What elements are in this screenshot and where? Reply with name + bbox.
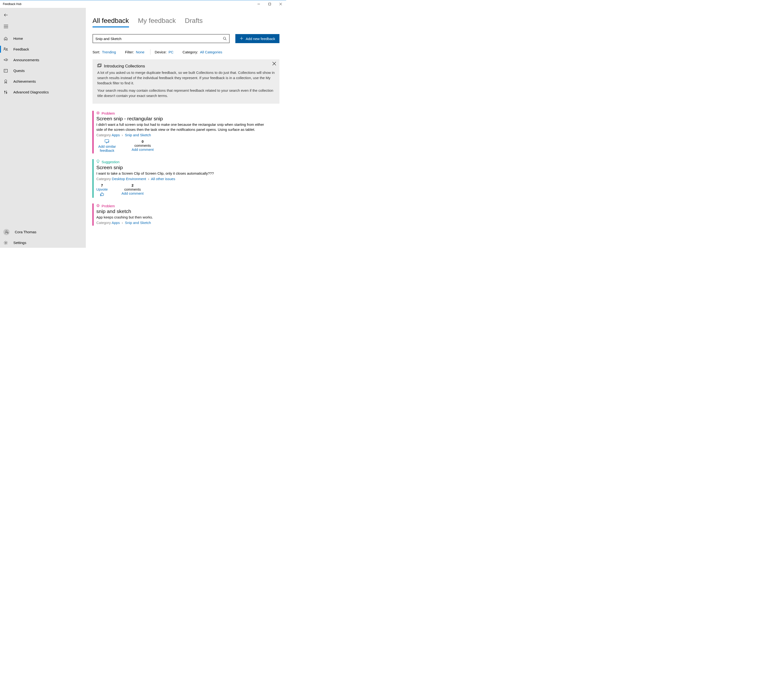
nav-announcements[interactable]: Announcements bbox=[0, 55, 86, 65]
svg-point-11 bbox=[5, 80, 7, 82]
banner-close-button[interactable] bbox=[272, 62, 276, 66]
user-name: Cora Thomas bbox=[15, 230, 36, 234]
feedback-card: Problem Screen snip - rectangular snip I… bbox=[93, 111, 279, 153]
feedback-icon bbox=[3, 47, 8, 52]
svg-rect-37 bbox=[105, 140, 109, 142]
add-button-label: Add new feedback bbox=[246, 37, 275, 41]
device-value[interactable]: PC bbox=[169, 50, 174, 54]
svg-line-48 bbox=[98, 205, 99, 205]
nav-achievements[interactable]: Achievements bbox=[0, 76, 86, 87]
banner-paragraph: Your search results may contain collecti… bbox=[97, 88, 275, 98]
home-icon bbox=[3, 36, 8, 41]
category-link[interactable]: Apps bbox=[112, 133, 120, 137]
lightbulb-icon bbox=[96, 160, 100, 164]
diagnostics-icon bbox=[3, 90, 8, 94]
feedback-title[interactable]: snip and sketch bbox=[96, 208, 279, 214]
feedback-title[interactable]: Screen snip - rectangular snip bbox=[96, 116, 279, 121]
avatar-icon bbox=[3, 229, 9, 235]
search-input[interactable] bbox=[95, 37, 222, 41]
banner-title: Introducing Collections bbox=[104, 64, 145, 69]
feedback-type-label: Problem bbox=[102, 204, 115, 208]
collections-icon bbox=[97, 64, 102, 69]
thumbs-up-icon[interactable] bbox=[100, 192, 104, 197]
category-label: Category bbox=[96, 133, 111, 137]
bug-icon bbox=[96, 204, 100, 208]
category-link[interactable]: Snip and Sketch bbox=[125, 133, 151, 137]
nav-quests[interactable]: Quests bbox=[0, 65, 86, 76]
tab-drafts[interactable]: Drafts bbox=[185, 17, 203, 27]
category-label: Category: bbox=[183, 50, 198, 54]
feedback-description: I didn't want a full screen snip but had… bbox=[96, 122, 279, 132]
feedback-type-label: Problem bbox=[102, 111, 115, 115]
add-new-feedback-button[interactable]: Add new feedback bbox=[235, 34, 279, 43]
device-label: Device: bbox=[155, 50, 167, 54]
filter-value[interactable]: None bbox=[136, 50, 145, 54]
nav-settings[interactable]: Settings bbox=[0, 237, 86, 248]
nav-account[interactable]: Cora Thomas bbox=[0, 227, 86, 237]
svg-line-36 bbox=[97, 113, 97, 114]
sidebar: Home Feedback Announcements Quests bbox=[0, 8, 86, 248]
svg-line-49 bbox=[97, 206, 97, 206]
sort-value[interactable]: Trending bbox=[102, 50, 116, 54]
svg-rect-27 bbox=[98, 64, 101, 66]
svg-rect-26 bbox=[98, 65, 100, 67]
svg-point-19 bbox=[5, 242, 6, 243]
nav-advanced-diagnostics[interactable]: Advanced Diagnostics bbox=[0, 87, 86, 98]
svg-line-33 bbox=[97, 112, 97, 112]
svg-point-16 bbox=[6, 231, 7, 232]
breadcrumb-separator: › bbox=[122, 220, 123, 225]
svg-rect-1 bbox=[269, 3, 271, 5]
svg-point-8 bbox=[4, 47, 5, 49]
svg-line-46 bbox=[97, 205, 97, 205]
svg-line-21 bbox=[225, 39, 226, 40]
gear-icon bbox=[3, 241, 8, 245]
upvote-count: 7 bbox=[101, 183, 103, 187]
nav-feedback[interactable]: Feedback bbox=[0, 44, 86, 55]
feedback-type-label: Suggestion bbox=[102, 160, 120, 164]
add-comment-link[interactable]: Add comment bbox=[132, 148, 154, 151]
minimize-button[interactable] bbox=[253, 0, 264, 8]
comments-count: 2 bbox=[132, 183, 134, 187]
nav-label: Announcements bbox=[13, 58, 39, 62]
map-icon bbox=[3, 69, 8, 73]
plus-icon bbox=[240, 36, 243, 41]
feedback-card: Suggestion Screen snip I want to take a … bbox=[93, 159, 279, 198]
category-link[interactable]: Apps bbox=[112, 220, 120, 225]
sort-label: Sort: bbox=[93, 50, 100, 54]
svg-line-34 bbox=[98, 113, 99, 114]
back-button[interactable] bbox=[0, 9, 86, 21]
tab-all-feedback[interactable]: All feedback bbox=[93, 17, 129, 27]
comments-count: 0 bbox=[142, 139, 144, 143]
banner-paragraph: A lot of you asked us to merge duplicate… bbox=[97, 70, 275, 85]
search-box[interactable] bbox=[93, 34, 230, 43]
maximize-button[interactable] bbox=[264, 0, 275, 8]
category-link[interactable]: Desktop Environment bbox=[112, 177, 146, 181]
category-link[interactable]: Snip and Sketch bbox=[125, 220, 151, 225]
feedback-description: I want to take a Screen Clip of Screen C… bbox=[96, 171, 279, 176]
svg-line-35 bbox=[98, 112, 99, 112]
ribbon-icon bbox=[3, 79, 8, 83]
nav-label: Advanced Diagnostics bbox=[13, 90, 49, 94]
tab-my-feedback[interactable]: My feedback bbox=[138, 17, 176, 27]
feedback-title[interactable]: Screen snip bbox=[96, 165, 279, 170]
nav-label: Achievements bbox=[13, 79, 36, 83]
nav-label: Quests bbox=[13, 69, 25, 73]
nav-label: Feedback bbox=[13, 47, 29, 51]
close-button[interactable] bbox=[275, 0, 286, 8]
bug-icon bbox=[96, 111, 100, 115]
breadcrumb-separator: › bbox=[122, 133, 123, 137]
category-link[interactable]: All other issues bbox=[151, 177, 175, 181]
search-icon[interactable] bbox=[222, 37, 227, 41]
feedback-type: Problem bbox=[96, 204, 279, 208]
add-similar-icon bbox=[105, 139, 109, 145]
category-label: Category bbox=[96, 220, 111, 225]
category-value[interactable]: All Categories bbox=[200, 50, 222, 54]
add-similar-link[interactable]: Add similar feedback bbox=[96, 145, 118, 153]
upvote-link[interactable]: Upvote bbox=[96, 187, 108, 191]
megaphone-icon bbox=[3, 58, 8, 62]
add-comment-link[interactable]: Add comment bbox=[121, 191, 144, 195]
info-banner: Introducing Collections A lot of you ask… bbox=[93, 59, 279, 104]
nav-home[interactable]: Home bbox=[0, 33, 86, 44]
hamburger-button[interactable] bbox=[0, 21, 86, 32]
window-title: Feedback Hub bbox=[3, 2, 22, 6]
